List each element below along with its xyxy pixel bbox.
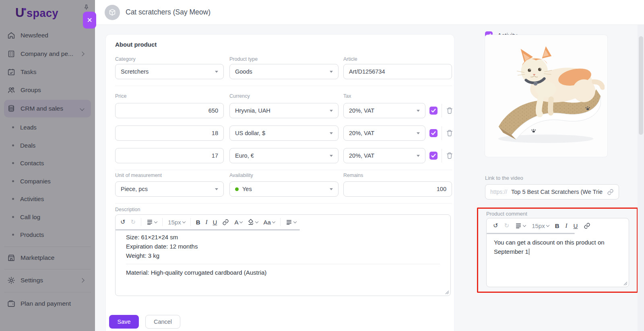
currency-select-1[interactable]: Hryvnia, UAH [229,103,339,118]
redo-button[interactable]: ↻ [504,222,510,229]
pin-sidebar-icon[interactable] [83,4,90,11]
availability-select[interactable]: Yes [229,181,339,197]
video-link-input[interactable]: https:// Top 5 Best Cat Scratchers (We T… [485,184,619,199]
category-label: Category [115,56,136,62]
price-input-3[interactable]: 17 [115,148,224,163]
availability-label: Availability [229,173,253,178]
tax-select-1[interactable]: 20%, VAT [343,103,425,118]
sidebar-item-contacts[interactable]: Contacts [4,154,91,172]
tax-select-2[interactable]: 20%, VAT [343,125,425,141]
bold-button[interactable]: B [196,219,200,226]
category-select[interactable]: Scretchers [115,64,224,79]
dropdown-caret-icon [417,110,420,112]
bullet-icon [12,144,14,146]
remains-label: Remains [343,173,363,178]
sidebar-item-marketplace[interactable]: Marketplace [4,249,91,267]
font-size-button[interactable]: 15px [168,219,185,226]
underline-button[interactable]: U [574,222,578,229]
page-title: Cat scratchers (Say Meow) [126,8,211,16]
font-size-button[interactable]: 15px [532,222,549,229]
text-color-button[interactable]: A [234,219,242,226]
align-button[interactable] [286,219,296,225]
sidebar-item-call-log[interactable]: Call log [4,208,91,226]
currency-select-3[interactable]: Euro, € [229,148,339,163]
resize-grip-icon [623,282,627,286]
align-left-icon [286,219,292,225]
sidebar-item-leads[interactable]: Leads [4,118,91,136]
divider [190,218,191,226]
dropdown-caret-icon [330,132,333,134]
currency-label: Currency [229,93,250,99]
sidebar-item-newsfeed[interactable]: Newsfeed [4,27,91,44]
bullet-icon [12,180,14,182]
delete-price-row-3-button[interactable] [446,152,454,160]
resize-handle[interactable] [623,282,627,286]
description-editor[interactable]: ↺ ↻ 15px B I U A Aa Size: 61×21×24 sm [115,214,451,296]
sidebar-item-crm[interactable]: CRM and sales [4,100,91,117]
sidebar-item-plan-payment[interactable]: Plan and payment [4,295,91,312]
toolbar-underline [487,233,575,234]
sidebar-item-tasks[interactable]: Tasks [4,63,91,81]
sidebar-item-activities[interactable]: Activities [4,190,91,208]
price-active-checkbox-2[interactable] [429,129,438,137]
sidebar-item-company[interactable]: Company and pe... [4,45,91,63]
save-button[interactable]: Save [109,315,139,329]
insert-link-button[interactable] [584,222,590,229]
delete-price-row-1-button[interactable] [446,107,454,115]
comment-editor[interactable]: ↺ ↻ 15px B I U You can get a discount on… [486,218,629,287]
sidebar-item-settings[interactable]: Settings [4,271,91,289]
article-input[interactable]: Art/D1256734 [343,64,452,79]
sidebar-item-groups[interactable]: Groups [4,81,91,99]
chevron-right-icon [80,51,84,56]
product-form-card: About product Category Scretchers Produc… [106,35,454,331]
close-icon: ✕ [87,16,92,25]
comment-toolbar: ↺ ↻ 15px B I U [487,218,629,233]
highlight-color-button[interactable] [248,219,258,225]
close-modal-button[interactable]: ✕ [83,12,96,29]
line-height-button[interactable] [147,219,157,225]
price-input-2[interactable]: 18 [115,125,224,141]
line-height-button[interactable] [515,222,526,229]
chevron-down-icon [239,220,243,223]
modal-header: Cat scratchers (Say Meow) [95,0,644,25]
bold-button[interactable]: B [555,222,559,229]
product-gallery[interactable] [485,35,608,157]
price-active-checkbox-1[interactable] [429,107,438,115]
cancel-button[interactable]: Cancel [145,315,180,329]
italic-button[interactable]: I [566,222,568,229]
chevron-right-icon [80,278,84,282]
resize-grip-icon [445,290,449,294]
resize-handle[interactable] [445,290,449,294]
underline-button[interactable]: U [213,219,217,226]
undo-button[interactable]: ↺ [493,222,498,229]
url-prefix: https:// [490,189,507,195]
sidebar-item-products[interactable]: Products [4,226,91,243]
price-input-1[interactable]: 650 [115,103,224,118]
divider [280,218,281,226]
bullet-icon [12,234,14,236]
price-active-checkbox-3[interactable] [429,152,438,160]
redo-button[interactable]: ↻ [131,218,136,226]
scrollbar-thumb[interactable] [639,36,643,135]
text-cursor [529,249,529,255]
currency-select-2[interactable]: US dollar, $ [229,125,339,141]
product-avatar [105,5,120,20]
sidebar-item-companies[interactable]: Companies [4,172,91,190]
tax-select-3[interactable]: 20%, VAT [343,148,425,163]
chevron-down-icon [154,220,157,223]
product-type-label: Product type [229,56,258,62]
remains-input[interactable]: 100 [343,181,452,197]
insert-link-button[interactable] [222,219,229,226]
italic-button[interactable]: I [206,219,208,226]
text-case-button[interactable]: Aa [263,219,275,226]
unit-select[interactable]: Piece, pcs [115,181,224,197]
product-type-select[interactable]: Goods [229,64,339,79]
trash-icon [446,129,454,137]
comment-content[interactable]: You can get a discount on this product o… [487,238,629,256]
undo-button[interactable]: ↺ [120,218,126,226]
link-icon [584,222,590,229]
chevron-down-icon [546,223,549,226]
sidebar-item-deals[interactable]: Deals [4,136,91,154]
description-content[interactable]: Size: 61×21×24 sm Expiration date: 12 mo… [116,232,450,277]
delete-price-row-2-button[interactable] [446,129,454,137]
